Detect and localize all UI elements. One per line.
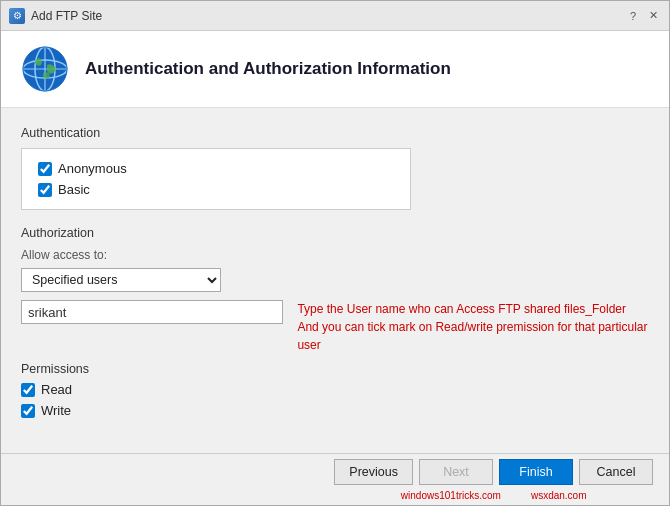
username-input[interactable] <box>21 300 283 324</box>
next-button[interactable]: Next <box>419 459 493 485</box>
authentication-section-label: Authentication <box>21 126 649 140</box>
cancel-button[interactable]: Cancel <box>579 459 653 485</box>
allow-access-dropdown[interactable]: Specified users All users Anonymous user… <box>21 268 221 292</box>
footer-buttons: Previous Next Finish Cancel <box>334 459 653 485</box>
anonymous-label: Anonymous <box>58 161 127 176</box>
username-row: Type the User name who can Access FTP sh… <box>21 300 649 354</box>
read-row: Read <box>21 382 649 397</box>
window-title: Add FTP Site <box>31 9 102 23</box>
write-checkbox[interactable] <box>21 404 35 418</box>
write-row: Write <box>21 403 649 418</box>
authentication-box: Anonymous Basic <box>21 148 411 210</box>
basic-checkbox[interactable] <box>38 183 52 197</box>
watermark1: windows101tricks.com <box>401 490 501 501</box>
header-section: Authentication and Authorization Informa… <box>1 31 669 108</box>
write-label: Write <box>41 403 71 418</box>
globe-icon <box>21 45 69 93</box>
anonymous-row: Anonymous <box>38 161 394 176</box>
window: ⚙ Add FTP Site ? ✕ Authentication and Au… <box>0 0 670 506</box>
permissions-label: Permissions <box>21 362 649 376</box>
authorization-section-label: Authorization <box>21 226 649 240</box>
basic-row: Basic <box>38 182 394 197</box>
annotation-line2: And you can tick mark on Read/write prem… <box>297 318 649 354</box>
annotation-block: Type the User name who can Access FTP sh… <box>293 300 649 354</box>
dropdown-row: Specified users All users Anonymous user… <box>21 268 649 292</box>
footer-area: Previous Next Finish Cancel windows101tr… <box>334 459 653 501</box>
header-title: Authentication and Authorization Informa… <box>85 59 451 79</box>
content-area: Authentication Anonymous Basic Authoriza… <box>1 108 669 453</box>
app-icon: ⚙ <box>9 8 25 24</box>
close-button[interactable]: ✕ <box>645 8 661 24</box>
read-checkbox[interactable] <box>21 383 35 397</box>
footer: Previous Next Finish Cancel windows101tr… <box>1 453 669 505</box>
anonymous-checkbox[interactable] <box>38 162 52 176</box>
previous-button[interactable]: Previous <box>334 459 413 485</box>
annotation-line1: Type the User name who can Access FTP sh… <box>297 300 649 318</box>
title-bar-left: ⚙ Add FTP Site <box>9 8 102 24</box>
basic-label: Basic <box>58 182 90 197</box>
read-label: Read <box>41 382 72 397</box>
watermarks: windows101tricks.com wsxdan.com <box>401 488 587 501</box>
allow-access-label: Allow access to: <box>21 248 649 262</box>
title-bar-controls: ? ✕ <box>625 8 661 24</box>
help-button[interactable]: ? <box>625 8 641 24</box>
title-bar: ⚙ Add FTP Site ? ✕ <box>1 1 669 31</box>
watermark2: wsxdan.com <box>531 490 587 501</box>
finish-button[interactable]: Finish <box>499 459 573 485</box>
